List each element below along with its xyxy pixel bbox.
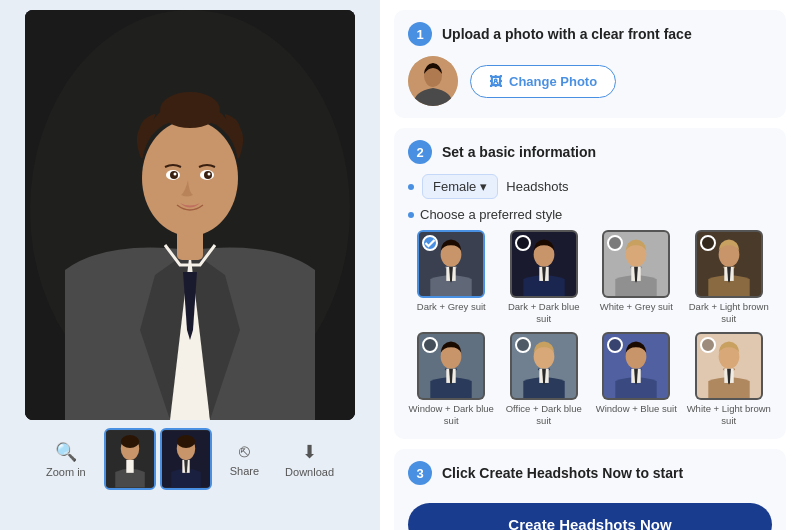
svg-rect-13 <box>126 460 133 473</box>
step3-number: 3 <box>408 461 432 485</box>
svg-point-18 <box>177 435 195 448</box>
style-name-0: Dark + Grey suit <box>417 301 486 313</box>
style-check-0 <box>422 235 438 251</box>
style-thumb-4 <box>417 332 485 400</box>
step1-number: 1 <box>408 22 432 46</box>
gender-select[interactable]: Female ▾ <box>422 174 498 199</box>
download-icon: ⬇ <box>302 441 317 463</box>
change-photo-button[interactable]: 🖼 Change Photo <box>470 65 616 98</box>
zoom-icon: 🔍 <box>55 441 77 463</box>
style-item-1[interactable]: Dark + Dark blue suit <box>501 230 588 326</box>
gender-row: Female ▾ Headshots <box>408 174 772 199</box>
right-panel: 1 Upload a photo with a clear front face… <box>380 0 800 530</box>
create-headshots-button[interactable]: Create Headshots Now <box>408 503 772 530</box>
style-check-empty-1 <box>515 235 531 251</box>
style-thumb-5 <box>510 332 578 400</box>
main-photo-container <box>25 10 355 420</box>
style-check-empty-6 <box>607 337 623 353</box>
step1-title: Upload a photo with a clear front face <box>442 26 692 42</box>
style-name-5: Office + Dark blue suit <box>501 403 588 428</box>
style-name-4: Window + Dark blue suit <box>408 403 495 428</box>
style-name-6: Window + Blue suit <box>596 403 677 415</box>
share-icon: ⎋ <box>239 441 250 462</box>
share-label: Share <box>230 465 259 477</box>
step2-block: 2 Set a basic information Female ▾ Heads… <box>394 128 786 439</box>
svg-point-10 <box>208 173 211 176</box>
main-photo <box>25 10 355 420</box>
gender-value: Female <box>433 179 476 194</box>
style-thumb-0 <box>417 230 485 298</box>
step2-number: 2 <box>408 140 432 164</box>
step2-header: 2 Set a basic information <box>408 140 772 164</box>
style-name-1: Dark + Dark blue suit <box>501 301 588 326</box>
change-photo-label: Change Photo <box>509 74 597 89</box>
step2-title: Set a basic information <box>442 144 596 160</box>
style-grid: Dark + Grey suit Dark + Dark blue suit W… <box>408 230 772 427</box>
download-label: Download <box>285 466 334 478</box>
style-thumb-3 <box>695 230 763 298</box>
step1-content: 🖼 Change Photo <box>408 56 772 106</box>
style-item-2[interactable]: White + Grey suit <box>593 230 680 326</box>
style-item-0[interactable]: Dark + Grey suit <box>408 230 495 326</box>
step3-header: 3 Click Create Headshots Now to start <box>408 461 772 485</box>
thumbnail-2[interactable] <box>160 428 212 490</box>
style-item-7[interactable]: White + Light brown suit <box>686 332 773 428</box>
style-name-3: Dark + Light brown suit <box>686 301 773 326</box>
style-check-empty-7 <box>700 337 716 353</box>
style-item-4[interactable]: Window + Dark blue suit <box>408 332 495 428</box>
left-panel: 🔍 Zoom in <box>0 0 380 530</box>
step1-header: 1 Upload a photo with a clear front face <box>408 22 772 46</box>
style-thumb-6 <box>602 332 670 400</box>
svg-point-9 <box>174 173 177 176</box>
download-button[interactable]: ⬇ Download <box>277 437 342 482</box>
svg-point-4 <box>160 92 220 128</box>
style-check-empty-5 <box>515 337 531 353</box>
svg-point-3 <box>142 120 238 236</box>
step3-title: Click Create Headshots Now to start <box>442 465 683 481</box>
change-photo-icon: 🖼 <box>489 74 502 89</box>
bottom-toolbar: 🔍 Zoom in <box>10 428 370 490</box>
style-item-5[interactable]: Office + Dark blue suit <box>501 332 588 428</box>
svg-point-14 <box>121 435 139 448</box>
style-thumb-1 <box>510 230 578 298</box>
avatar <box>408 56 458 106</box>
style-thumb-7 <box>695 332 763 400</box>
share-button[interactable]: ⎋ Share <box>222 437 267 481</box>
step1-block: 1 Upload a photo with a clear front face… <box>394 10 786 118</box>
style-item-3[interactable]: Dark + Light brown suit <box>686 230 773 326</box>
thumbnail-1[interactable] <box>104 428 156 490</box>
style-thumb-2 <box>602 230 670 298</box>
thumbnail-strip <box>104 428 212 490</box>
style-check-empty-3 <box>700 235 716 251</box>
style-name-2: White + Grey suit <box>600 301 673 313</box>
zoom-in-button[interactable]: 🔍 Zoom in <box>38 437 94 482</box>
chevron-down-icon: ▾ <box>480 179 487 194</box>
type-label: Headshots <box>506 179 568 194</box>
bullet-2 <box>408 212 414 218</box>
style-name-7: White + Light brown suit <box>686 403 773 428</box>
zoom-label: Zoom in <box>46 466 86 478</box>
style-section-label: Choose a preferred style <box>408 207 772 222</box>
style-item-6[interactable]: Window + Blue suit <box>593 332 680 428</box>
step3-block: 3 Click Create Headshots Now to start Cr… <box>394 449 786 530</box>
style-check-empty-4 <box>422 337 438 353</box>
bullet-1 <box>408 184 414 190</box>
